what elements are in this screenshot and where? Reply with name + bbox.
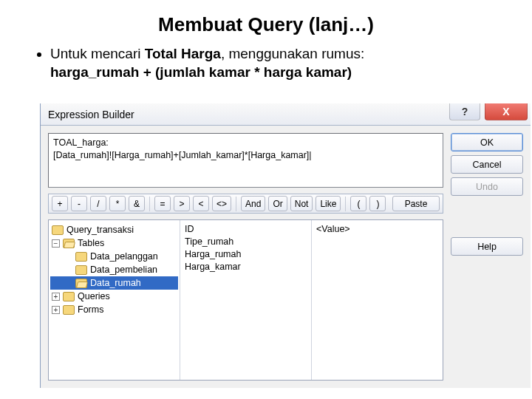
value-item[interactable]: <Value> [316,223,438,236]
field-item[interactable]: Harga_kamar [185,261,307,273]
source-tree-panel[interactable]: Query_transaksi − Tables Data_pelanggan [49,220,180,380]
op-like[interactable]: Like [316,196,341,211]
window-title: Expression Builder [48,109,134,120]
folder-open-icon [75,279,87,288]
op-and[interactable]: And [241,196,265,211]
undo-button[interactable]: Undo [451,177,523,196]
operator-toolbar: + - / * & = > < <> And Or Not Like ( ) P… [48,194,443,214]
formula-line: harga_rumah + (jumlah kamar * harga kama… [50,64,502,82]
folder-open-icon [63,239,75,248]
op-not[interactable]: Not [290,196,313,211]
tree-node-queries[interactable]: + Queries [50,290,178,303]
titlebar[interactable]: Expression Builder ? X [41,103,531,126]
ok-button[interactable]: OK [451,133,523,151]
bullet-item: Untuk mencari Total Harga, menggunakan r… [50,45,502,81]
expression-textarea[interactable]: TOAL_harga: [Data_rumah]![Harga_rumah]+[… [48,133,443,188]
cancel-button[interactable]: Cancel [451,155,523,174]
folder-icon [63,292,75,301]
help-button[interactable]: Help [451,237,523,256]
folder-icon [63,305,75,315]
tree-node-tables[interactable]: − Tables [50,236,178,250]
field-item[interactable]: Tipe_rumah [185,236,307,248]
expand-icon[interactable]: + [52,306,60,314]
right-button-column: OK Cancel Undo Help [451,133,523,381]
op-plus[interactable]: + [52,196,68,211]
folder-icon [75,252,87,262]
collapse-icon[interactable]: − [52,239,60,248]
tree-node-data-rumah[interactable]: Data_rumah [50,276,178,290]
expression-builder-window: Expression Builder ? X TOAL_harga: [Data… [40,103,531,388]
op-mul[interactable]: * [109,196,126,211]
separator [236,197,236,211]
tree-label: Data_pelanggan [90,251,158,262]
lower-panels: Query_transaksi − Tables Data_pelanggan [48,219,443,381]
client-area: TOAL_harga: [Data_rumah]![Harga_rumah]+[… [41,126,531,388]
tree-node-query[interactable]: Query_transaksi [50,223,178,236]
op-ne[interactable]: <> [212,196,231,211]
tree-label: Queries [78,291,110,301]
expr-line2: [Data_rumah]![Harga_rumah]+[Jumlah_kamar… [53,150,312,160]
op-eq[interactable]: = [154,196,171,211]
slide-body: Untuk mencari Total Harga, menggunakan r… [0,45,532,89]
slide-title: Membuat Query (lanj…) [0,13,532,36]
help-titlebar-button[interactable]: ? [449,103,480,120]
op-div[interactable]: / [90,196,106,211]
left-column: TOAL_harga: [Data_rumah]![Harga_rumah]+[… [48,133,443,381]
op-or[interactable]: Or [268,196,287,211]
op-rparen[interactable]: ) [369,196,386,211]
tree-label: Data_rumah [90,278,141,288]
tree-label: Data_pembelian [90,265,157,275]
op-amp[interactable]: & [129,196,145,211]
fields-panel[interactable]: ID Tipe_rumah Harga_rumah Harga_kamar [180,220,311,380]
tree-node-forms[interactable]: + Forms [50,303,178,316]
tree-node-data-pembelian[interactable]: Data_pembelian [50,263,178,276]
op-minus[interactable]: - [71,196,87,211]
window-buttons: ? X [449,103,531,125]
op-lparen[interactable]: ( [350,196,366,211]
tree-label: Tables [78,238,104,248]
tree-label: Forms [78,304,103,315]
separator [149,197,150,211]
bullet-suffix: , menggunakan rumus: [221,46,364,61]
folder-icon [52,225,64,235]
expand-icon[interactable]: + [52,293,60,301]
tree-node-data-pelanggan[interactable]: Data_pelanggan [50,250,178,263]
expr-line1: TOAL_harga: [53,137,109,148]
folder-icon [75,265,87,275]
close-button[interactable]: X [485,103,528,120]
field-item[interactable]: ID [185,223,307,236]
bullet-prefix: Untuk mencari [50,46,145,61]
paste-button[interactable]: Paste [392,196,440,211]
field-item[interactable]: Harga_rumah [185,248,307,261]
op-lt[interactable]: < [193,196,209,211]
separator [345,197,346,211]
op-gt[interactable]: > [174,196,190,211]
values-panel[interactable]: <Value> [311,220,443,380]
tree-label: Query_transaksi [66,225,134,235]
bullet-bold: Total Harga [145,46,221,61]
